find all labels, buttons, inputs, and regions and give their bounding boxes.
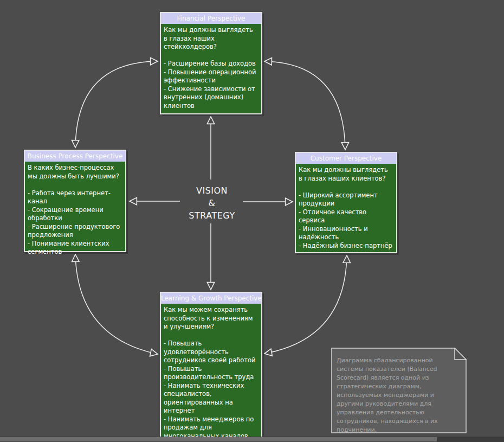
arc-business-financial[interactable] xyxy=(75,61,158,148)
perspective-box-learning-growth[interactable]: Learning & Growth Perspective Как мы мож… xyxy=(160,292,262,438)
box-body-customer: Как мы должны выглядеть в глазах наших к… xyxy=(296,164,396,252)
perspective-box-financial[interactable]: Financial Perspective Как мы должны выгл… xyxy=(160,12,262,114)
box-body-business-process: В каких бизнес-процессах мы должны быть … xyxy=(25,162,125,259)
arc-customer-learning[interactable] xyxy=(264,255,347,354)
box-body-financial: Как мы должны выглядеть в глазах наших с… xyxy=(161,24,261,112)
perspective-box-business-process[interactable]: Business Process Perspective В каких биз… xyxy=(24,150,126,252)
box-body-learning-growth: Как мы можем сохранять способность к изм… xyxy=(161,304,261,442)
box-title-financial: Financial Perspective xyxy=(161,13,261,24)
box-title-business-process: Business Process Perspective xyxy=(25,151,125,162)
horizontal-scrollbar[interactable] xyxy=(0,437,504,442)
horizontal-scrollbar-thumb[interactable] xyxy=(0,437,437,441)
arc-customer-financial[interactable] xyxy=(264,61,345,150)
box-title-learning-growth: Learning & Growth Perspective xyxy=(161,293,261,304)
perspective-box-customer[interactable]: Customer Perspective Как мы должны выгля… xyxy=(295,152,397,253)
box-title-customer: Customer Perspective xyxy=(296,153,396,164)
note-text: Диаграмма сбалансированной системы показ… xyxy=(337,356,459,434)
note[interactable]: Диаграмма сбалансированной системы показ… xyxy=(331,348,467,433)
vision-strategy-label: VISION & STRATEGY xyxy=(166,184,258,222)
arc-business-learning[interactable] xyxy=(75,254,158,354)
diagram-canvas: Financial Perspective Как мы должны выгл… xyxy=(0,0,504,442)
